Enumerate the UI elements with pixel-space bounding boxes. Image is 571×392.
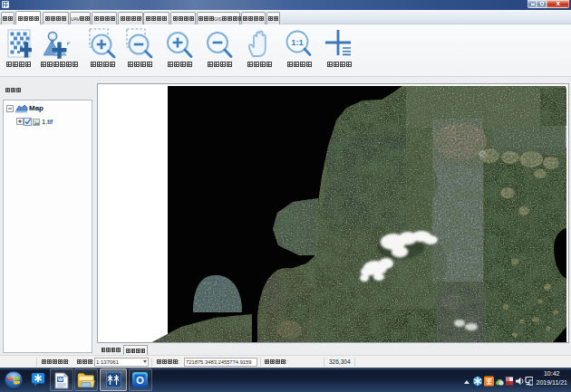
svg-text:O: O [136, 375, 144, 386]
svg-text:1:1: 1:1 [291, 37, 304, 47]
svg-text:W: W [58, 377, 63, 382]
